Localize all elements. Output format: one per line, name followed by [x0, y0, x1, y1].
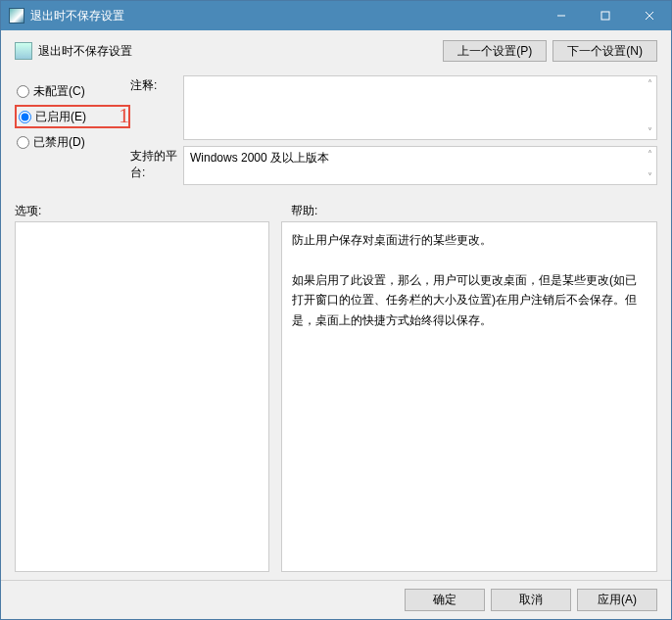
maximize-button[interactable]: [583, 1, 627, 30]
cancel-button[interactable]: 取消: [491, 589, 571, 611]
help-panel[interactable]: 防止用户保存对桌面进行的某些更改。 如果启用了此设置，那么，用户可以更改桌面，但…: [281, 221, 657, 572]
radio-disabled[interactable]: 已禁用(D): [15, 130, 130, 154]
platform-value: Windows 2000 及以上版本: [190, 151, 329, 165]
platform-row: 支持的平台: Windows 2000 及以上版本 ˄ ˅: [130, 146, 657, 185]
config-row: 未配置(C) 已启用(E) 已禁用(D) 1 注释: ˄ ˅ 支持的平台: Wi…: [15, 75, 657, 191]
options-label: 选项:: [15, 203, 291, 219]
state-radios: 未配置(C) 已启用(E) 已禁用(D): [15, 75, 130, 191]
platform-textbox: Windows 2000 及以上版本 ˄ ˅: [183, 146, 657, 185]
app-icon: [9, 8, 24, 24]
scroll-up-icon[interactable]: ˄: [645, 78, 654, 89]
radio-disabled-input[interactable]: [17, 136, 29, 149]
mid-column: 注释: ˄ ˅ 支持的平台: Windows 2000 及以上版本 ˄ ˅: [130, 75, 657, 191]
radio-not-configured-input[interactable]: [17, 85, 29, 98]
comment-textbox[interactable]: ˄ ˅: [183, 75, 657, 140]
scroll-down-icon[interactable]: ˅: [645, 171, 654, 182]
window-controls: [539, 1, 671, 30]
policy-icon: [15, 42, 32, 60]
policy-title: 退出时不保存设置: [38, 43, 437, 60]
content-area: 退出时不保存设置 上一个设置(P) 下一个设置(N) 未配置(C) 已启用(E)…: [1, 30, 671, 580]
annotation-marker-1: 1: [119, 103, 129, 128]
prev-setting-button[interactable]: 上一个设置(P): [443, 40, 547, 62]
apply-button[interactable]: 应用(A): [577, 589, 657, 611]
comment-row: 注释: ˄ ˅: [130, 75, 657, 140]
radio-enabled[interactable]: 已启用(E): [15, 105, 130, 128]
footer: 确定 取消 应用(A): [1, 580, 671, 619]
next-setting-button[interactable]: 下一个设置(N): [552, 40, 657, 62]
ok-button[interactable]: 确定: [405, 589, 485, 611]
radio-enabled-input[interactable]: [19, 111, 31, 123]
titlebar[interactable]: 退出时不保存设置: [1, 1, 671, 30]
help-paragraph-1: 防止用户保存对桌面进行的某些更改。: [292, 230, 647, 250]
help-label: 帮助:: [291, 203, 317, 219]
dialog-window: 退出时不保存设置 退出时不保存设置 上一个设置(P) 下一个设置(N) 未配置(…: [0, 0, 672, 620]
panels: 防止用户保存对桌面进行的某些更改。 如果启用了此设置，那么，用户可以更改桌面，但…: [15, 221, 657, 572]
window-title: 退出时不保存设置: [30, 8, 539, 24]
svg-rect-1: [601, 12, 609, 20]
comment-label: 注释:: [130, 75, 183, 94]
scroll-up-icon[interactable]: ˄: [645, 149, 654, 160]
help-paragraph-2: 如果启用了此设置，那么，用户可以更改桌面，但是某些更改(如已打开窗口的位置、任务…: [292, 270, 647, 330]
minimize-button[interactable]: [539, 1, 583, 30]
section-labels: 选项: 帮助:: [15, 203, 657, 219]
close-button[interactable]: [627, 1, 671, 30]
header-row: 退出时不保存设置 上一个设置(P) 下一个设置(N): [15, 40, 657, 62]
platform-label: 支持的平台:: [130, 146, 183, 181]
scroll-down-icon[interactable]: ˅: [645, 126, 654, 137]
options-panel[interactable]: [15, 221, 269, 572]
radio-not-configured[interactable]: 未配置(C): [15, 79, 130, 103]
